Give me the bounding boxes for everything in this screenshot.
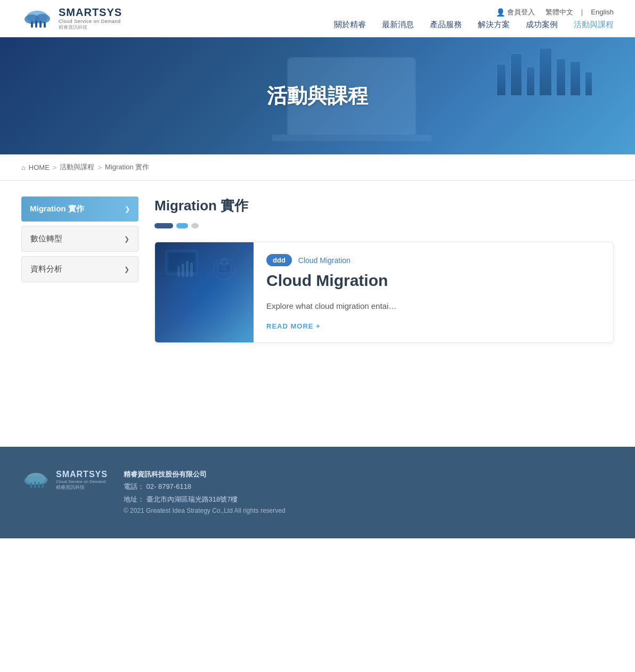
nav-products[interactable]: 產品服務: [430, 20, 462, 30]
svg-rect-3: [31, 21, 33, 28]
building-6: [570, 61, 581, 96]
sidebar-item-digital-label: 數位轉型: [30, 234, 62, 244]
dot-1[interactable]: [154, 223, 173, 228]
svg-rect-12: [186, 261, 189, 277]
nav-solutions[interactable]: 解決方案: [478, 20, 510, 30]
card-image-circuit: [155, 242, 254, 312]
dot-2[interactable]: [176, 223, 188, 228]
pagination-dots: [154, 223, 614, 228]
sidebar-chevron-digital: ❯: [124, 235, 129, 243]
svg-point-2: [35, 14, 50, 23]
top-links: 👤 會員登入 繁體中文 ｜ English: [496, 7, 614, 17]
svg-rect-28: [38, 482, 40, 488]
breadcrumb-sep2: >: [97, 163, 102, 171]
header: SMARTSYS Cloud Service on Demand 精睿資訊科技 …: [0, 0, 635, 37]
header-right: 👤 會員登入 繁體中文 ｜ English 關於精睿 最新消息 產品服務 解決方…: [334, 7, 614, 30]
content-area: Migration 實作: [154, 196, 614, 431]
member-login-label: 會員登入: [507, 7, 535, 17]
building-7: [585, 72, 592, 96]
svg-rect-11: [182, 264, 184, 277]
footer-address: 地址： 臺北市內湖區瑞光路318號7樓: [124, 493, 286, 505]
content-title: Migration 實作: [154, 196, 614, 215]
sidebar-item-data[interactable]: 資料分析 ❯: [21, 256, 139, 282]
footer-info: 精睿資訊科技股份有限公司 電話： 02- 8797-6118 地址： 臺北市內湖…: [124, 468, 286, 517]
hero-buildings-decoration: [496, 48, 592, 96]
sidebar-item-data-label: 資料分析: [30, 264, 62, 274]
main-nav: 關於精睿 最新消息 產品服務 解決方案 成功案例 活動與課程: [334, 20, 614, 30]
sidebar: Migration 實作 ❯ 數位轉型 ❯ 資料分析 ❯: [21, 196, 139, 431]
svg-rect-29: [42, 483, 44, 488]
home-icon: ⌂: [21, 163, 26, 171]
person-icon: 👤: [496, 8, 505, 17]
nav-about[interactable]: 關於精睿: [334, 20, 366, 30]
lang-en-link[interactable]: English: [591, 8, 614, 16]
logo-title: SMARTSYS: [59, 6, 122, 19]
sidebar-chevron-migration: ❯: [125, 206, 130, 213]
breadcrumb-sep1: >: [53, 163, 57, 171]
card-description: Explore what cloud migration entai…: [266, 300, 600, 313]
logo-subtitle: Cloud Service on Demand: [59, 19, 122, 24]
card-title: Cloud Migration: [266, 272, 600, 290]
svg-rect-5: [39, 21, 42, 28]
logo-subtitle2: 精睿資訊科技: [59, 24, 122, 31]
footer-logo-title: SMARTSYS: [56, 470, 108, 479]
footer-logo: SMARTSYS Cloud Service on Demand 精睿資訊科技: [21, 468, 108, 492]
sidebar-item-migration[interactable]: Migration 實作 ❯: [21, 196, 139, 222]
footer-address-label: 地址：: [124, 495, 144, 503]
course-card: ddd Cloud Migration Cloud Migration Expl…: [154, 242, 614, 343]
breadcrumb-section[interactable]: 活動與課程: [60, 162, 94, 172]
footer-copyright: © 2021 Greatest Idea Strategy Co.,Ltd Al…: [124, 505, 286, 517]
svg-rect-13: [190, 263, 193, 277]
svg-rect-21: [218, 264, 231, 273]
read-more-link[interactable]: READ MORE +: [266, 322, 321, 330]
dot-3[interactable]: [191, 223, 199, 228]
building-1: [496, 64, 506, 96]
footer-phone: 電話： 02- 8797-6118: [124, 480, 286, 493]
svg-rect-26: [30, 482, 32, 488]
main-content: Migration 實作 ❯ 數位轉型 ❯ 資料分析 ❯ Migration 實…: [0, 181, 635, 447]
footer-logo-icon: [21, 468, 51, 492]
building-5: [556, 59, 566, 96]
tag-label: Cloud Migration: [298, 256, 351, 265]
member-login-link[interactable]: 👤 會員登入: [496, 7, 535, 17]
footer-address-value: 臺北市內湖區瑞光路318號7樓: [146, 495, 238, 503]
nav-success[interactable]: 成功案例: [526, 20, 558, 30]
breadcrumb-current: Migration 實作: [105, 162, 149, 172]
building-4: [539, 48, 552, 96]
breadcrumb: ⌂ HOME > 活動與課程 > Migration 實作: [0, 154, 635, 181]
svg-rect-8: [272, 135, 432, 141]
sidebar-item-digital[interactable]: 數位轉型 ❯: [21, 226, 139, 252]
svg-point-25: [34, 476, 47, 484]
hero-title: 活動與課程: [267, 83, 368, 110]
nav-news[interactable]: 最新消息: [382, 20, 414, 30]
svg-rect-27: [34, 481, 36, 488]
breadcrumb-home[interactable]: HOME: [29, 163, 50, 171]
logo-icon: [21, 5, 53, 32]
building-3: [526, 67, 535, 96]
svg-rect-4: [35, 20, 37, 28]
sidebar-item-migration-label: Migration 實作: [30, 204, 84, 214]
card-tags: ddd Cloud Migration: [266, 254, 600, 266]
lang-zh-link[interactable]: 繁體中文: [546, 7, 573, 17]
lang-separator: ｜: [579, 7, 585, 17]
footer-phone-number: 02- 8797-6118: [146, 482, 192, 490]
footer-logo-subtitle2: 精睿資訊科技: [56, 484, 108, 491]
nav-activities[interactable]: 活動與課程: [574, 20, 614, 30]
footer-company: 精睿資訊科技股份有限公司: [124, 468, 286, 480]
footer: SMARTSYS Cloud Service on Demand 精睿資訊科技 …: [0, 447, 635, 538]
hero-banner: 活動與課程: [0, 37, 635, 154]
footer-phone-label: 電話：: [124, 482, 144, 490]
logo-area[interactable]: SMARTSYS Cloud Service on Demand 精睿資訊科技: [21, 5, 122, 32]
card-body: ddd Cloud Migration Cloud Migration Expl…: [254, 242, 613, 342]
logo-text: SMARTSYS Cloud Service on Demand 精睿資訊科技: [59, 6, 122, 31]
card-image: [155, 242, 254, 342]
svg-rect-6: [44, 22, 46, 28]
building-2: [510, 53, 522, 96]
tag-pill: ddd: [266, 254, 292, 266]
footer-logo-text: SMARTSYS Cloud Service on Demand 精睿資訊科技: [56, 470, 108, 491]
footer-logo-subtitle: Cloud Service on Demand: [56, 479, 108, 484]
sidebar-chevron-data: ❯: [124, 266, 129, 273]
svg-rect-14: [177, 266, 180, 277]
